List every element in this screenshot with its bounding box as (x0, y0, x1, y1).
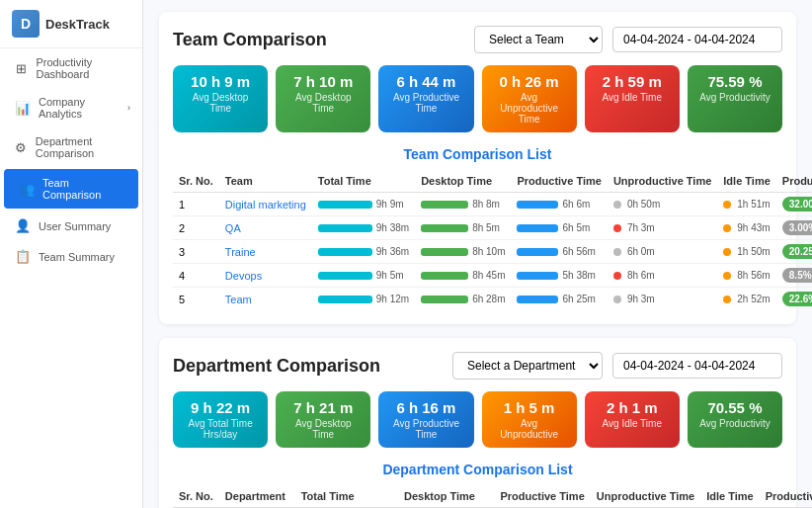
dept-stat-unproductive: 1 h 5 m Avg Unproductive (482, 391, 577, 448)
main-content: Team Comparison Select a Team 10 h 9 m A… (143, 0, 812, 508)
stat-label: Avg Desktop Time (185, 92, 256, 114)
cell-desktop: 8h 45m (415, 264, 511, 288)
unproductive-dot (613, 272, 621, 280)
col-header-productivity: Productivity (776, 170, 812, 193)
stat-value: 1 h 5 m (494, 399, 565, 416)
cell-desktop: 8h 5m (415, 216, 511, 240)
cell-unproductive: 9h 3m (608, 288, 717, 311)
dept-stat-idle: 2 h 1 m Avg Idle Time (585, 391, 680, 448)
stat-label: Avg Unproductive Time (494, 92, 565, 125)
col-header-productive: Productive Time (494, 485, 590, 508)
logo-text: DeskTrack (45, 17, 110, 32)
team-link[interactable]: Traine (225, 246, 256, 258)
stat-label: Avg Productive Time (390, 92, 461, 114)
cell-desktop: 8h 10m (415, 240, 511, 264)
dept-stat-productivity: 70.55 % Avg Productivity (688, 391, 782, 448)
dept-stat-desktop: 7 h 21 m Avg Desktop Time (276, 391, 370, 448)
sidebar-item-label: User Summary (39, 220, 111, 232)
idle-dot (723, 248, 731, 256)
sidebar-item-label: Department Comparison (36, 135, 130, 159)
cell-productivity: 3.00% (776, 216, 812, 240)
team-stat-desktop: 7 h 10 m Avg Desktop Time (276, 65, 370, 132)
stat-label: Avg Productivity (699, 418, 771, 429)
company-icon: 📊 (15, 101, 31, 116)
sidebar-item-company[interactable]: 📊 Company Analytics › (0, 88, 142, 127)
cell-unproductive: 7h 3m (608, 216, 717, 240)
col-header-productive: Productive Time (511, 170, 607, 193)
stat-value: 75.59 % (699, 73, 771, 90)
table-row: 3 Traine 9h 36m 8h 10m 6h 56m 6h 0m 1h 5… (173, 240, 812, 264)
sidebar-item-productivity[interactable]: ⊞ Productivity Dashboard (0, 48, 142, 88)
sidebar-item-team-summary[interactable]: 📋 Team Summary (0, 241, 142, 272)
table-row: 2 QA 9h 38m 8h 5m 6h 5m 7h 3m 9h 43m 3.0… (173, 216, 812, 240)
sidebar-item-label: Team Comparison (42, 177, 126, 201)
cell-desktop: 6h 28m (415, 288, 511, 311)
stat-value: 2 h 1 m (597, 399, 668, 416)
cell-team[interactable]: Devops (219, 264, 312, 288)
sidebar-item-user-summary[interactable]: 👤 User Summary (0, 211, 142, 241)
team-stat-idle: 2 h 59 m Avg Idle Time (585, 65, 680, 132)
team-select[interactable]: Select a Team (474, 26, 603, 53)
sidebar-item-department[interactable]: ⚙ Department Comparison (0, 127, 142, 167)
cell-team[interactable]: Team (219, 288, 312, 311)
cell-srno: 3 (173, 240, 219, 264)
productivity-badge: 20.25% (782, 244, 812, 259)
cell-idle: 2h 52m (717, 288, 775, 311)
cell-unproductive: 6h 0m (608, 240, 717, 264)
team-date-range[interactable] (612, 27, 782, 52)
cell-total: 9h 12m (312, 288, 415, 311)
dept-comparison-table: Sr. No. Department Total Time Desktop Ti… (173, 485, 812, 508)
dept-stat-productive: 6 h 16 m Avg Productive Time (378, 391, 473, 448)
department-comparison-section: Department Comparison Select a Departmen… (159, 338, 796, 508)
team-stats-row: 10 h 9 m Avg Desktop Time 7 h 10 m Avg D… (173, 65, 782, 132)
team-stat-productive: 6 h 44 m Avg Productive Time (378, 65, 473, 132)
sidebar-item-label: Company Analytics (39, 96, 120, 120)
stat-value: 6 h 44 m (390, 73, 461, 90)
team-link[interactable]: Devops (225, 270, 262, 282)
cell-productivity: 32.00% (776, 193, 812, 216)
sidebar: D DeskTrack ⊞ Productivity Dashboard 📊 C… (0, 0, 143, 508)
team-link[interactable]: Digital marketing (225, 199, 306, 211)
department-icon: ⚙ (15, 140, 28, 155)
col-header-dept: Department (219, 485, 295, 508)
col-header-unproductive: Unproductive Time (608, 170, 717, 193)
cell-productive: 6h 5m (511, 216, 607, 240)
team-link[interactable]: QA (225, 222, 241, 234)
cell-unproductive: 0h 50m (608, 193, 717, 216)
sidebar-item-team[interactable]: 👥 Team Comparison (4, 169, 138, 209)
team-icon: 👥 (19, 182, 35, 197)
dept-section-title: Department Comparison (173, 356, 443, 377)
team-stat-total-time: 10 h 9 m Avg Desktop Time (173, 65, 268, 132)
table-row: 1 Digital marketing 9h 9m 8h 8m 6h 6m 0h… (173, 193, 812, 216)
col-header-unproductive: Unproductive Time (591, 485, 700, 508)
cell-productivity: 22.6% (776, 288, 812, 311)
productivity-badge: 3.00% (782, 220, 812, 235)
stat-label: Avg Idle Time (597, 92, 668, 103)
cell-total: 9h 9m (312, 193, 415, 216)
cell-productive: 5h 38m (511, 264, 607, 288)
idle-dot (723, 296, 731, 303)
col-header-total: Total Time (295, 485, 398, 508)
cell-unproductive: 8h 6m (608, 264, 717, 288)
team-stat-unproductive: 0 h 26 m Avg Unproductive Time (482, 65, 577, 132)
cell-idle: 1h 51m (717, 193, 775, 216)
cell-srno: 2 (173, 216, 219, 240)
col-header-idle: Idle Time (700, 485, 759, 508)
idle-dot (723, 201, 731, 209)
col-header-team: Team (219, 170, 312, 193)
cell-team[interactable]: Traine (219, 240, 312, 264)
user-icon: 👤 (15, 218, 31, 233)
dept-stats-row: 9 h 22 m Avg Total Time Hrs/day 7 h 21 m… (173, 391, 782, 448)
dept-select[interactable]: Select a Department (452, 352, 603, 380)
dept-date-range[interactable] (612, 353, 782, 379)
summary-icon: 📋 (15, 249, 31, 264)
cell-srno: 4 (173, 264, 219, 288)
cell-productivity: 20.25% (776, 240, 812, 264)
cell-team[interactable]: QA (219, 216, 312, 240)
logo: D DeskTrack (0, 0, 142, 48)
unproductive-dot (613, 248, 621, 256)
stat-value: 7 h 10 m (287, 73, 359, 90)
team-link[interactable]: Team (225, 294, 252, 305)
stat-label: Avg Productive Time (390, 418, 461, 440)
cell-team[interactable]: Digital marketing (219, 193, 312, 216)
